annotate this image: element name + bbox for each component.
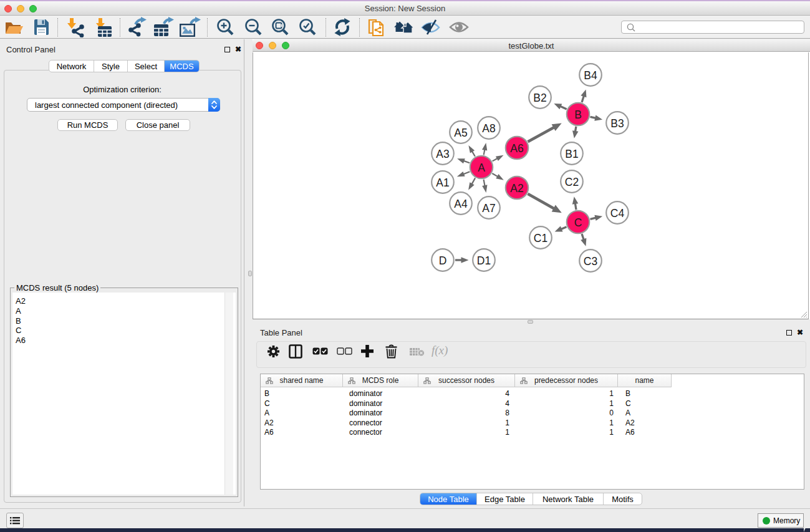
svg-text:C3: C3 <box>584 255 597 268</box>
svg-text:C4: C4 <box>610 207 625 220</box>
svg-text:B4: B4 <box>584 69 597 82</box>
svg-text:B3: B3 <box>610 117 624 130</box>
svg-text:C: C <box>574 216 582 229</box>
svg-text:A2: A2 <box>510 182 523 195</box>
svg-text:C1: C1 <box>534 232 547 244</box>
svg-text:A1: A1 <box>436 177 449 189</box>
svg-text:A: A <box>478 162 485 174</box>
svg-text:B: B <box>574 109 582 121</box>
svg-text:B2: B2 <box>533 92 546 104</box>
svg-text:A4: A4 <box>454 198 468 210</box>
svg-text:A5: A5 <box>454 127 467 139</box>
svg-text:D1: D1 <box>477 254 491 267</box>
svg-text:A6: A6 <box>510 142 523 155</box>
svg-text:A8: A8 <box>482 122 495 135</box>
svg-text:B1: B1 <box>565 148 578 160</box>
svg-text:A7: A7 <box>482 202 495 215</box>
svg-text:A3: A3 <box>436 148 449 160</box>
svg-text:D: D <box>439 254 447 267</box>
svg-text:C2: C2 <box>565 176 579 188</box>
